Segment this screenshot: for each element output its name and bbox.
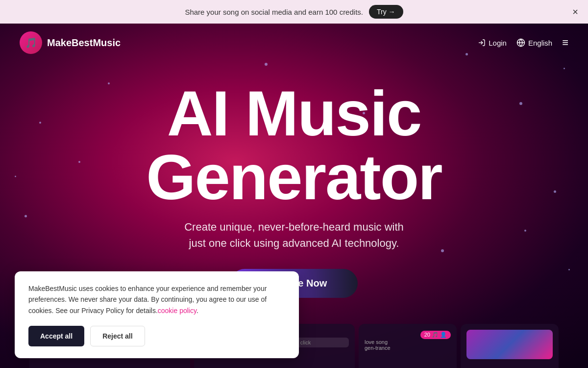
cookie-period: . [196,307,198,315]
login-button[interactable]: Login [478,39,507,47]
reject-all-button[interactable]: Reject all [90,326,145,346]
hero-subtitle-line1: Create unique, never-before-heard music … [184,221,404,233]
card3-label: love song [365,339,451,345]
close-banner-button[interactable]: × [572,6,578,18]
login-icon [478,39,486,47]
card3-sublabel: gen-trance [365,345,451,351]
nav-right: Login English ≡ [478,36,568,49]
cookie-text: MakeBestMusic uses cookies to enhance yo… [28,283,285,316]
menu-button[interactable]: ≡ [562,36,568,49]
logo-icon: 🎵 [20,31,42,54]
card-image [466,330,553,359]
hero-title-line1: AI Music [167,78,421,149]
login-label: Login [489,39,507,47]
language-button[interactable]: English [516,38,552,47]
logo-text: MakeBestMusic [47,37,121,49]
language-label: English [528,39,552,47]
logo-area[interactable]: 🎵 MakeBestMusic [20,31,121,54]
navbar: 🎵 MakeBestMusic Login English ≡ [0,24,588,62]
cookie-text-content: MakeBestMusic uses cookies to enhance yo… [28,285,267,315]
hero-subtitle-line2: just one click using advanced AI technol… [189,237,399,249]
top-banner: Share your song on social media and earn… [0,0,588,24]
hero-title: AI Music Generator [0,81,588,209]
card-badge: 20 🎵 👤 [420,330,451,339]
card-image-preview [461,324,559,368]
badge-user-icon: 👤 [440,332,447,338]
badge-count: 20 [424,332,430,338]
try-button[interactable]: Try → [369,5,403,19]
hero-section: 🎵 MakeBestMusic Login English ≡ [0,24,588,368]
globe-icon [516,38,525,47]
cookie-banner: MakeBestMusic uses cookies to enhance yo… [15,271,299,358]
banner-text: Share your song on social media and earn… [185,8,363,16]
cookie-policy-link[interactable]: cookie policy [158,307,196,315]
hero-title-line2: Generator [146,141,441,213]
badge-music-icon: 🎵 [432,332,439,338]
hero-content: AI Music Generator Create unique, never-… [0,62,588,298]
card-love-song: 20 🎵 👤 love song gen-trance [359,324,457,368]
accept-all-button[interactable]: Accept all [28,326,84,346]
hero-subtitle: Create unique, never-before-heard music … [0,219,588,251]
cookie-buttons: Accept all Reject all [28,326,285,346]
